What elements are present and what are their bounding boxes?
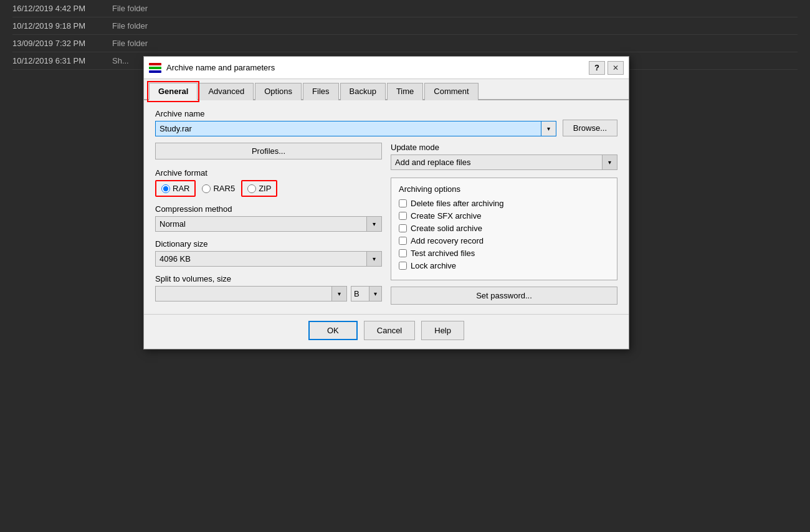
dialog-footer: OK Cancel Help (144, 314, 629, 349)
title-bar: Archive name and parameters ? ✕ (144, 57, 629, 79)
update-mode-label: Update mode (391, 143, 617, 152)
archive-name-row: Archive name ▾ Browse... (155, 109, 617, 136)
list-item: 16/12/2019 4:42 PM File folder (12, 0, 798, 17)
option-create-sfx[interactable]: Create SFX archive (399, 211, 609, 221)
update-mode-select[interactable]: Add and replace files Update and add fil… (391, 155, 602, 169)
help-button[interactable]: Help (421, 321, 464, 340)
format-zip-label: ZIP (259, 184, 271, 193)
archive-name-dropdown-icon[interactable]: ▾ (541, 121, 556, 136)
cancel-button[interactable]: Cancel (364, 321, 415, 340)
compression-select[interactable]: Store Fastest Fast Normal Good Best (156, 217, 366, 231)
split-unit-dropdown-icon[interactable]: ▾ (369, 287, 381, 301)
option-test-archived-label: Test archived files (411, 249, 475, 258)
left-column: Profiles... Archive format RAR RAR5 (155, 143, 382, 305)
archiving-options-box: Archiving options Delete files after arc… (391, 178, 617, 280)
format-rar5-label: RAR5 (213, 184, 235, 193)
option-create-solid[interactable]: Create solid archive (399, 224, 609, 233)
option-create-solid-label: Create solid archive (411, 224, 482, 233)
set-password-button[interactable]: Set password... (391, 287, 617, 305)
dialog-title: Archive name and parameters (166, 63, 589, 72)
split-row: ▾ B KB MB GB ▾ (155, 286, 382, 302)
archive-format-radio-group: RAR RAR5 ZIP (155, 180, 382, 197)
tab-advanced[interactable]: Advanced (199, 83, 254, 100)
split-dropdown-icon[interactable]: ▾ (331, 287, 346, 301)
split-input-wrapper: ▾ (155, 286, 347, 302)
browse-button[interactable]: Browse... (563, 120, 617, 136)
update-mode-select-wrapper: Add and replace files Update and add fil… (391, 154, 617, 170)
list-item: 13/09/2019 7:32 PM File folder (12, 35, 798, 52)
right-column: Update mode Add and replace files Update… (391, 143, 617, 305)
archive-name-group: Archive name ▾ (155, 109, 556, 136)
compression-method-group: Compression method Store Fastest Fast No… (155, 204, 382, 232)
dictionary-select[interactable]: 128 KB 256 KB 512 KB 1024 KB 2048 KB 409… (156, 252, 366, 266)
compression-select-wrapper: Store Fastest Fast Normal Good Best ▾ (155, 216, 382, 232)
split-unit-wrapper: B KB MB GB ▾ (351, 286, 382, 302)
profiles-button[interactable]: Profiles... (155, 143, 382, 159)
format-zip-option[interactable]: ZIP (241, 180, 277, 197)
tab-general[interactable]: General (149, 83, 198, 100)
archive-format-group: Archive format RAR RAR5 ZIP (155, 168, 382, 197)
format-rar5-option[interactable]: RAR5 (202, 184, 235, 193)
tab-options[interactable]: Options (255, 83, 302, 100)
main-content: Profiles... Archive format RAR RAR5 (155, 143, 617, 305)
app-icon (149, 63, 161, 73)
ok-button[interactable]: OK (308, 321, 358, 340)
format-rar-option[interactable]: RAR (155, 180, 196, 197)
archive-parameters-dialog: Archive name and parameters ? ✕ General … (143, 56, 629, 349)
archive-format-label: Archive format (155, 168, 382, 178)
archive-name-label: Archive name (155, 109, 556, 118)
compression-dropdown-icon[interactable]: ▾ (366, 217, 381, 231)
tab-files[interactable]: Files (303, 83, 338, 100)
option-test-archived[interactable]: Test archived files (399, 249, 609, 258)
dictionary-select-wrapper: 128 KB 256 KB 512 KB 1024 KB 2048 KB 409… (155, 251, 382, 267)
split-size-input[interactable] (156, 287, 331, 301)
option-create-sfx-label: Create SFX archive (411, 211, 481, 221)
archiving-options-title: Archiving options (399, 184, 609, 194)
split-label: Split to volumes, size (155, 274, 382, 283)
compression-label: Compression method (155, 204, 382, 214)
option-lock-archive[interactable]: Lock archive (399, 261, 609, 270)
dictionary-label: Dictionary size (155, 239, 382, 249)
list-item: 10/12/2019 9:18 PM File folder (12, 17, 798, 35)
format-rar-label: RAR (173, 184, 189, 193)
title-bar-controls: ? ✕ (589, 61, 624, 75)
help-icon-button[interactable]: ? (589, 61, 605, 75)
tab-comment[interactable]: Comment (424, 83, 478, 100)
split-volumes-group: Split to volumes, size ▾ B KB MB GB (155, 274, 382, 302)
tab-bar: General Advanced Options Files Backup Ti… (144, 79, 629, 100)
dictionary-size-group: Dictionary size 128 KB 256 KB 512 KB 102… (155, 239, 382, 267)
option-delete-files-label: Delete files after archiving (411, 199, 504, 208)
dictionary-dropdown-icon[interactable]: ▾ (366, 252, 381, 266)
close-button[interactable]: ✕ (608, 61, 624, 75)
archive-name-input-wrapper: ▾ (155, 121, 556, 136)
option-add-recovery-label: Add recovery record (411, 236, 484, 245)
option-add-recovery[interactable]: Add recovery record (399, 236, 609, 245)
split-unit-select[interactable]: B KB MB GB (351, 287, 369, 301)
tab-backup[interactable]: Backup (340, 83, 386, 100)
option-delete-files[interactable]: Delete files after archiving (399, 199, 609, 208)
dialog-body: Archive name ▾ Browse... Profiles... Arc… (144, 100, 629, 314)
tab-time[interactable]: Time (387, 83, 423, 100)
archive-name-input[interactable] (156, 121, 541, 136)
update-mode-group: Update mode Add and replace files Update… (391, 143, 617, 170)
option-lock-archive-label: Lock archive (411, 261, 456, 270)
update-mode-dropdown-icon[interactable]: ▾ (602, 155, 617, 169)
